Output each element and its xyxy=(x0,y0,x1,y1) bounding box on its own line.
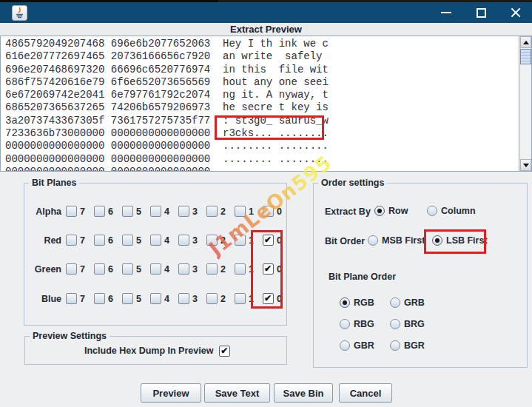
bit-number-label: 3 xyxy=(192,235,198,246)
extract-by-row-radio[interactable] xyxy=(374,206,385,216)
bit-number-label: 0 xyxy=(277,294,282,304)
bitplane-cell: 7 xyxy=(66,206,85,217)
maximize-button[interactable] xyxy=(468,2,494,23)
ascii-text: ........ ........ xyxy=(223,140,329,152)
bit-number-label: 1 xyxy=(249,235,254,246)
cancel-button[interactable]: Cancel xyxy=(339,383,392,403)
hex-group-1: 616e207772697465 xyxy=(5,50,104,62)
radio-msb-first[interactable]: MSB First xyxy=(368,235,425,246)
bitplane-alpha-bit7-checkbox[interactable] xyxy=(66,206,77,217)
radio-grb[interactable]: GRB xyxy=(390,297,425,309)
bit-number-label: 2 xyxy=(220,206,226,217)
java-cup-icon xyxy=(13,7,26,19)
hex-group-1: 686f757420616e79 xyxy=(5,76,104,88)
bitplane-cell: 7 xyxy=(66,235,85,246)
arrow-down-icon xyxy=(523,164,529,167)
bitplane-green-bit0-checkbox[interactable] xyxy=(263,263,274,275)
lsb-first-radio[interactable] xyxy=(432,235,442,246)
include-hex-dump-checkbox[interactable] xyxy=(219,346,230,357)
bitplane-green-bit6-checkbox[interactable] xyxy=(94,263,105,275)
save-text-button-label: Save Text xyxy=(215,388,260,399)
hexdump-line-2: 616e207772697465 20736166656c7920 an wri… xyxy=(5,50,329,63)
bit-number-label: 6 xyxy=(108,206,113,217)
scrollbar-thumb[interactable] xyxy=(520,49,531,64)
bitplane-cell: 0 xyxy=(263,263,282,275)
bgr-radio[interactable] xyxy=(390,340,400,351)
bitplane-cell: 6 xyxy=(94,206,113,217)
hex-group-2: 0000000000000000 xyxy=(111,153,210,165)
hex-group-1: 3a2073743367305f xyxy=(5,115,104,127)
bitplane-red-bit0-checkbox[interactable] xyxy=(263,235,274,246)
gbr-label: GBR xyxy=(354,340,374,351)
radio-bgr[interactable]: BGR xyxy=(390,340,425,352)
rgb-radio[interactable] xyxy=(340,297,350,308)
bitplane-green-bit3-checkbox[interactable] xyxy=(178,263,189,275)
radio-extract-by-row[interactable]: Row xyxy=(374,205,408,217)
bitplane-alpha-bit4-checkbox[interactable] xyxy=(150,206,161,217)
hex-group-2: 0000000000000000 xyxy=(111,140,210,152)
bitplane-green-bit4-checkbox[interactable] xyxy=(150,263,161,275)
bitplane-cell: 2 xyxy=(206,293,226,304)
preview-button[interactable]: Preview xyxy=(141,383,201,403)
bitplane-blue-bit2-checkbox[interactable] xyxy=(206,293,218,304)
hexdump-line-8: 7233636b73000000 0000000000000000 r3cks.… xyxy=(5,127,329,140)
save-bin-button[interactable]: Save Bin xyxy=(274,383,333,403)
bitplane-red-bit6-checkbox[interactable] xyxy=(94,235,105,246)
bitplane-red-bit5-checkbox[interactable] xyxy=(122,235,133,246)
bitplane-blue-bit1-checkbox[interactable] xyxy=(235,293,246,304)
bitplane-green-bit2-checkbox[interactable] xyxy=(206,263,218,275)
bitplane-alpha-bit6-checkbox[interactable] xyxy=(94,206,105,217)
bitplane-alpha-bit2-checkbox[interactable] xyxy=(206,206,218,217)
bitplane-blue-bit4-checkbox[interactable] xyxy=(150,293,161,304)
hexdump-line-10: 0000000000000000 0000000000000000 ......… xyxy=(5,153,329,166)
gbr-radio[interactable] xyxy=(340,340,350,351)
bitplane-blue-bit5-checkbox[interactable] xyxy=(122,293,133,304)
bitplane-green-bit1-checkbox[interactable] xyxy=(235,263,246,275)
close-button[interactable] xyxy=(502,2,530,23)
hex-group-2: 66696c6520776974 xyxy=(111,64,210,75)
brg-radio[interactable] xyxy=(390,319,400,329)
vertical-scrollbar[interactable] xyxy=(519,36,531,171)
radio-gbr[interactable]: GBR xyxy=(340,340,374,352)
bitplane-green-bit5-checkbox[interactable] xyxy=(122,263,133,275)
bitplane-blue-bit7-checkbox[interactable] xyxy=(66,293,77,304)
bitplane-red-bit7-checkbox[interactable] xyxy=(66,235,77,246)
radio-lsb-first[interactable]: LSB First xyxy=(432,235,488,246)
scroll-up-button[interactable] xyxy=(520,36,531,48)
bitplane-red-bit4-checkbox[interactable] xyxy=(150,235,161,246)
radio-rgb[interactable]: RGB xyxy=(340,297,374,309)
scroll-down-button[interactable] xyxy=(520,159,531,171)
bitplane-alpha-bit3-checkbox[interactable] xyxy=(178,206,189,217)
bitplane-red-bit3-checkbox[interactable] xyxy=(178,235,189,246)
extract-preview-textarea[interactable]: 4865792049207468 696e6b2077652063 Hey I … xyxy=(0,36,532,172)
hex-group-2: 6e797761792c2074 xyxy=(111,89,210,101)
radio-brg[interactable]: BRG xyxy=(390,318,425,330)
hex-group-2: 696e6b2077652063 xyxy=(111,38,210,50)
extract-by-column-radio[interactable] xyxy=(427,206,437,216)
bitplane-row-blue: Blue76543210 xyxy=(24,293,288,305)
radio-rbg[interactable]: RBG xyxy=(340,318,374,330)
hex-group-2: 7361757275735f77 xyxy=(111,115,210,127)
include-hex-dump-row[interactable]: Include Hex Dump In Preview xyxy=(84,345,230,357)
ascii-text: : st3g0_ saurus_w xyxy=(223,115,329,127)
hex-group-2: 0000000000000000 xyxy=(111,166,210,172)
java-app-icon xyxy=(12,5,27,21)
bitplane-alpha-bit5-checkbox[interactable] xyxy=(122,206,133,217)
arrow-up-icon xyxy=(523,41,529,44)
bitplane-green-bit7-checkbox[interactable] xyxy=(66,263,77,275)
bitplane-blue-bit3-checkbox[interactable] xyxy=(178,293,189,304)
bitplane-cell: 7 xyxy=(66,263,85,275)
bitplane-blue-bit6-checkbox[interactable] xyxy=(94,293,105,304)
rbg-radio[interactable] xyxy=(340,319,350,329)
cancel-button-label: Cancel xyxy=(350,388,382,399)
ascii-text: in this file wit xyxy=(223,64,329,75)
bit-number-label: 0 xyxy=(277,264,282,275)
radio-extract-by-column[interactable]: Column xyxy=(427,205,476,217)
save-text-button[interactable]: Save Text xyxy=(204,383,270,403)
bitplane-cell: 1 xyxy=(235,293,254,304)
minimize-button[interactable] xyxy=(434,2,459,23)
bitplane-blue-bit0-checkbox[interactable] xyxy=(263,293,274,304)
grb-radio[interactable] xyxy=(390,297,400,308)
msb-first-radio[interactable] xyxy=(368,235,378,246)
bit-number-label: 6 xyxy=(108,235,113,246)
